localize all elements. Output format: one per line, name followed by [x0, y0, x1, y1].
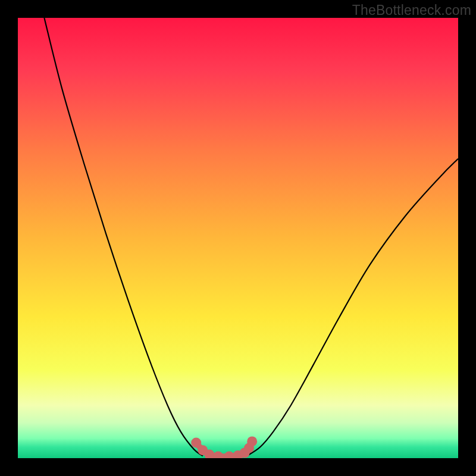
chart-svg [18, 18, 458, 458]
outer-frame: TheBottleneck.com [0, 0, 476, 476]
heatmap-background [18, 18, 458, 458]
chart-plot-area [18, 18, 458, 458]
watermark-text: TheBottleneck.com [352, 2, 471, 18]
highlight-dot [247, 436, 257, 446]
